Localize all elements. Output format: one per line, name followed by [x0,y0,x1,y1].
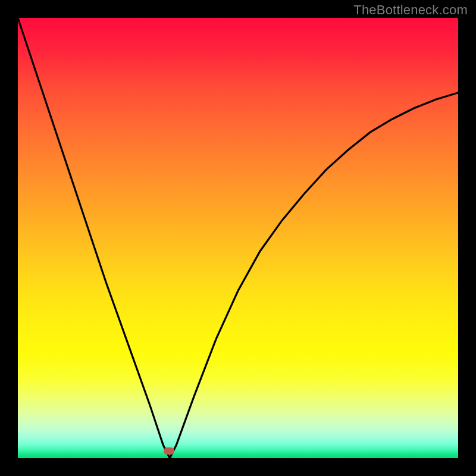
bottleneck-curve [18,18,458,458]
watermark-text: TheBottleneck.com [353,2,468,18]
chart-frame: TheBottleneck.com [0,0,476,476]
optimal-point-marker [164,447,174,455]
plot-area [18,18,458,458]
